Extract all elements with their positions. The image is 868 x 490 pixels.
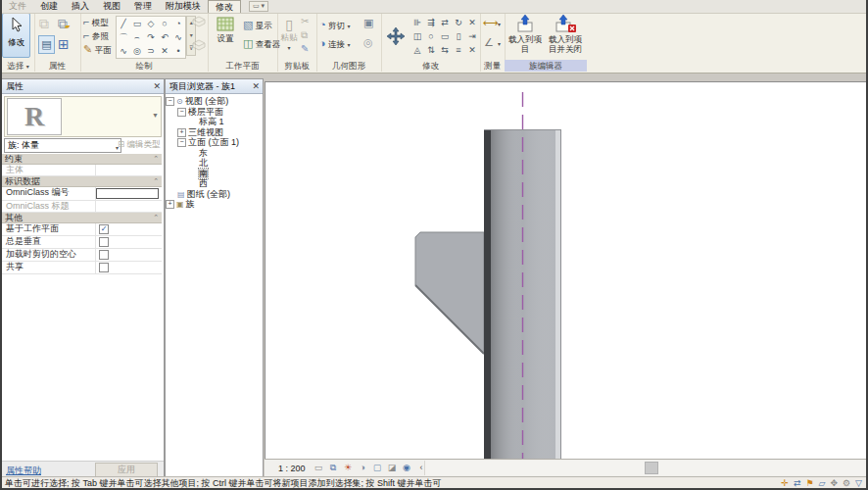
tree-item-east[interactable]: 东	[166, 148, 263, 159]
tab-insert[interactable]: 插入	[65, 0, 96, 13]
view-scale-button[interactable]: 1 : 200	[278, 464, 306, 473]
measure-icon[interactable]: ⟷	[483, 17, 499, 29]
section-toggle-icon[interactable]: ⌃	[153, 176, 159, 186]
center-arc-tool-icon[interactable]: ↶	[158, 30, 171, 44]
spline2-tool-icon[interactable]: ∿	[117, 44, 130, 58]
copy-tool-icon[interactable]: ◫	[410, 29, 424, 43]
shadows-icon[interactable]: ◑	[358, 463, 368, 473]
property-row-host[interactable]: 主体	[2, 165, 162, 176]
tree-item-families[interactable]: +▣族	[166, 199, 263, 210]
tab-addins[interactable]: 附加模块	[159, 0, 208, 13]
reference-line-button[interactable]: ⌐ 参照	[83, 30, 109, 43]
pin-icon[interactable]: ⇥	[465, 29, 479, 43]
split-icon[interactable]: ▯	[452, 29, 465, 43]
section-header-identity-data[interactable]: 标识数据⌃	[2, 176, 162, 187]
align-icon[interactable]: ⊪	[410, 16, 424, 29]
panel-label-select[interactable]: 选择 ▾	[2, 60, 34, 72]
cut-icon[interactable]: ✂	[301, 16, 309, 26]
section-header-other[interactable]: 其他⌃	[2, 213, 162, 223]
spline-tool-icon[interactable]: ∿	[171, 30, 185, 44]
shared-checkbox[interactable]	[99, 263, 109, 272]
collapse-icon[interactable]: −	[177, 138, 186, 147]
collapse-icon[interactable]: −	[177, 108, 186, 117]
family-parameters-icon[interactable]: ⧉▰	[58, 16, 68, 32]
visual-style-icon[interactable]: ⧉	[328, 463, 339, 473]
offset-icon[interactable]: ⇶	[424, 16, 438, 29]
horizontal-scrollbar[interactable]	[424, 461, 866, 475]
join-geometry-button[interactable]: ◑ 连接 ▾	[319, 38, 350, 51]
tab-modify[interactable]: 修改	[208, 0, 241, 13]
close-icon[interactable]: ✕	[153, 79, 161, 93]
viewer-button[interactable]: ◫ 查看器	[243, 38, 280, 51]
match-type-icon[interactable]: ✎	[301, 43, 309, 54]
section-toggle-icon[interactable]: ⌃	[153, 154, 159, 164]
work-plane-based-checkbox[interactable]: ✓	[99, 224, 109, 234]
family-types-icon[interactable]: ⊞	[58, 36, 70, 52]
edit-type-button[interactable]: ⊞ 编辑类型	[118, 138, 162, 151]
property-row-shared[interactable]: 共享	[2, 262, 162, 274]
type-selector[interactable]: R ▼	[4, 96, 162, 137]
ribbon-display-toggle-icon[interactable]: ▭ ▾	[249, 1, 268, 12]
collapse-icon[interactable]: −	[166, 97, 174, 106]
ellipse-tool-icon[interactable]: ◎	[130, 44, 144, 58]
cut-voids-checkbox[interactable]	[99, 250, 109, 260]
project-browser-title-bar[interactable]: 项目浏览器 - 族1 ✕	[166, 79, 263, 94]
line-tool-icon[interactable]: ╱	[117, 17, 130, 30]
tab-manage[interactable]: 管理	[127, 0, 159, 13]
reference-plane-button[interactable]: ✎ 平面	[83, 44, 112, 57]
properties-palette-icon[interactable]: ▤	[38, 35, 55, 54]
tree-item-sheets[interactable]: ▤图纸 (全部)	[166, 189, 263, 200]
tree-item-south[interactable]: 南	[166, 169, 263, 179]
property-row-omniclass-number[interactable]: OmniClass 编号	[2, 187, 162, 201]
tree-item-west[interactable]: 西	[166, 178, 263, 189]
paint-icon[interactable]: ◎	[363, 36, 373, 49]
point-tool-icon[interactable]: •	[171, 44, 185, 58]
tree-item-3d-views[interactable]: +三维视图	[166, 127, 263, 138]
family-selector-combo[interactable]: 族: 体量 ▾	[4, 138, 121, 153]
tree-item-views[interactable]: −⊙视图 (全部)	[166, 96, 263, 107]
show-work-plane-button[interactable]: ▧ 显示	[243, 20, 272, 32]
paste-button[interactable]: ▯ 粘贴 ▾	[279, 17, 299, 51]
crop-view-icon[interactable]: ▢	[372, 463, 383, 473]
delete-constraint-icon[interactable]: ✕	[465, 16, 479, 29]
properties-title-bar[interactable]: 属性 ✕	[2, 79, 164, 94]
reveal-hidden-elements-icon[interactable]: ◉	[402, 463, 412, 473]
section-toggle-icon[interactable]: ⌃	[153, 213, 159, 222]
tree-item-level-1[interactable]: 标高 1	[166, 117, 263, 127]
load-into-project-button[interactable]: 载入到项目	[506, 15, 544, 54]
array-icon[interactable]: ◬	[410, 43, 424, 57]
pick-lines-tool-icon[interactable]: ✕	[158, 44, 171, 58]
split-face-icon[interactable]: ▣	[363, 17, 373, 29]
tab-file[interactable]: 文件	[2, 0, 33, 13]
tree-item-elevations[interactable]: −立面 (立面 1)	[166, 137, 263, 148]
polygon-tool-icon[interactable]: ◇	[144, 17, 158, 30]
start-end-arc-tool-icon[interactable]: ↷	[144, 30, 158, 44]
mirror-icon[interactable]: ⇄	[438, 16, 452, 29]
property-row-work-plane-based[interactable]: 基于工作平面 ✓	[2, 223, 162, 236]
load-into-project-and-close-button[interactable]: 载入到项目并关闭	[546, 15, 585, 54]
swap-icon[interactable]: ⇆	[438, 43, 452, 57]
move-icon[interactable]	[385, 26, 407, 48]
chevron-down-icon[interactable]: ▼	[152, 112, 159, 119]
property-row-cut-voids[interactable]: 加载时剪切的空心	[2, 249, 162, 262]
scale-icon[interactable]: ○	[424, 29, 438, 43]
tangent-arc-tool-icon[interactable]: ⌢	[130, 30, 144, 44]
circle-tool-icon[interactable]: ○	[158, 17, 171, 30]
property-row-always-vertical[interactable]: 总是垂直	[2, 236, 162, 249]
detail-level-icon[interactable]: ▭	[313, 463, 324, 473]
unpin-icon[interactable]: ⇅	[424, 43, 438, 57]
close-icon[interactable]: ✕	[252, 79, 260, 93]
sun-path-icon[interactable]: ☀	[343, 463, 354, 473]
align-multi-icon[interactable]: ≡	[452, 43, 465, 57]
drawing-canvas[interactable]	[265, 81, 867, 460]
rotate-icon[interactable]: ↻	[452, 16, 465, 29]
partial-ellipse-tool-icon[interactable]: ⊃	[144, 44, 158, 58]
tab-view[interactable]: 视图	[96, 0, 127, 13]
expand-icon[interactable]: +	[177, 128, 186, 137]
omniclass-number-input[interactable]	[96, 188, 159, 199]
tab-create[interactable]: 创建	[33, 0, 65, 13]
show-crop-region-icon[interactable]: ◪	[387, 463, 398, 473]
tree-item-floor-plans[interactable]: −楼层平面	[166, 107, 263, 118]
apply-button[interactable]: 应用	[95, 463, 158, 477]
scrollbar-thumb[interactable]	[645, 462, 658, 474]
